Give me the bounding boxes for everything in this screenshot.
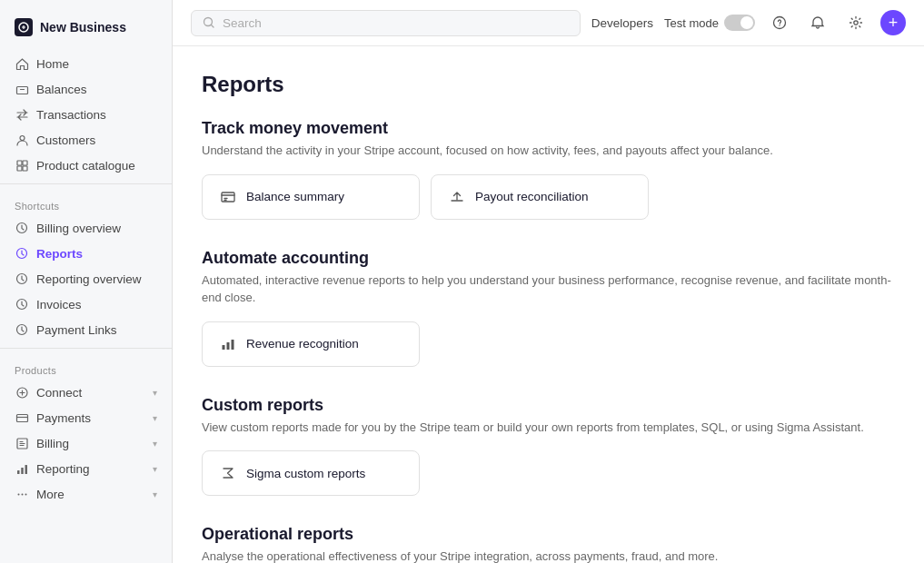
sidebar-item-customers-label: Customers bbox=[36, 133, 95, 147]
sidebar-item-reporting[interactable]: Reporting ▾ bbox=[0, 456, 172, 481]
card-revenue-recognition[interactable]: Revenue recognition bbox=[202, 321, 420, 367]
sidebar-item-reports-label: Reports bbox=[36, 247, 83, 261]
card-sigma-custom-reports[interactable]: Sigma custom reports bbox=[202, 450, 420, 496]
svg-rect-28 bbox=[232, 340, 234, 350]
section-track-money-title: Track money movement bbox=[202, 119, 895, 138]
connect-nav-icon bbox=[15, 385, 29, 400]
svg-rect-5 bbox=[17, 166, 22, 171]
sidebar-item-home[interactable]: Home bbox=[0, 51, 172, 76]
reporting-overview-icon bbox=[15, 272, 29, 286]
track-money-cards: Balance summary Payout reconciliation bbox=[202, 174, 895, 220]
section-operational-desc: Analyse the operational effectiveness of… bbox=[202, 548, 895, 563]
billing-chevron-icon: ▾ bbox=[153, 439, 157, 449]
search-bar[interactable]: Search bbox=[191, 10, 581, 36]
sigma-label: Sigma custom reports bbox=[246, 467, 365, 480]
more-chevron-icon: ▾ bbox=[153, 489, 157, 499]
card-balance-summary[interactable]: Balance summary bbox=[202, 174, 420, 220]
help-button[interactable] bbox=[766, 9, 793, 36]
payments-nav-icon bbox=[15, 410, 29, 425]
sidebar: New Business Home Balances Transactions … bbox=[0, 0, 173, 563]
home-icon bbox=[15, 56, 29, 71]
payout-reconciliation-label: Payout reconciliation bbox=[475, 190, 589, 203]
brand-name: New Business bbox=[40, 20, 126, 35]
billing-overview-icon bbox=[15, 221, 29, 235]
brand[interactable]: New Business bbox=[0, 11, 172, 51]
sidebar-item-payments-label: Payments bbox=[36, 411, 91, 425]
sidebar-item-more[interactable]: More ▾ bbox=[0, 481, 172, 507]
brand-icon bbox=[15, 18, 33, 36]
revenue-recognition-label: Revenue recognition bbox=[246, 337, 359, 351]
test-mode-toggle[interactable] bbox=[724, 15, 755, 31]
billing-nav-icon bbox=[15, 436, 29, 450]
add-button[interactable]: + bbox=[880, 10, 906, 35]
sidebar-item-connect[interactable]: Connect ▾ bbox=[0, 380, 172, 405]
balance-summary-label: Balance summary bbox=[246, 190, 344, 203]
sidebar-item-billing-overview-label: Billing overview bbox=[36, 222, 121, 235]
customers-icon bbox=[15, 133, 29, 147]
settings-button[interactable] bbox=[842, 9, 869, 36]
test-mode: Test mode bbox=[664, 15, 755, 31]
section-custom-desc: View custom reports made for you by the … bbox=[202, 419, 895, 437]
svg-point-2 bbox=[20, 135, 25, 140]
svg-point-18 bbox=[17, 493, 19, 495]
sidebar-item-reports[interactable]: Reports bbox=[0, 241, 172, 266]
sidebar-item-customers[interactable]: Customers bbox=[0, 127, 172, 153]
search-placeholder: Search bbox=[223, 16, 262, 30]
content-area: Reports Track money movement Understand … bbox=[173, 46, 924, 563]
sidebar-item-product-catalogue[interactable]: Product catalogue bbox=[0, 153, 172, 178]
sidebar-item-reporting-overview[interactable]: Reporting overview bbox=[0, 266, 172, 291]
sidebar-item-more-label: More bbox=[36, 488, 65, 501]
sidebar-item-reporting-overview-label: Reporting overview bbox=[36, 272, 142, 286]
sigma-icon bbox=[219, 464, 237, 482]
svg-point-23 bbox=[779, 25, 780, 25]
svg-rect-13 bbox=[16, 414, 27, 421]
sidebar-item-balances-label: Balances bbox=[36, 83, 87, 96]
more-nav-icon bbox=[15, 487, 29, 501]
svg-rect-17 bbox=[25, 465, 27, 474]
sidebar-item-payments[interactable]: Payments ▾ bbox=[0, 405, 172, 430]
svg-rect-26 bbox=[223, 345, 225, 350]
svg-rect-1 bbox=[16, 86, 27, 94]
sidebar-item-payment-links-label: Payment Links bbox=[36, 323, 117, 337]
page-title: Reports bbox=[202, 72, 895, 97]
topbar: Search Developers Test mode + bbox=[173, 0, 924, 46]
shortcuts-label: Shortcuts bbox=[0, 190, 172, 215]
notifications-button[interactable] bbox=[804, 9, 831, 36]
sidebar-item-product-label: Product catalogue bbox=[36, 159, 135, 173]
reports-icon bbox=[15, 246, 29, 261]
revenue-recognition-icon bbox=[219, 335, 237, 353]
card-payout-reconciliation[interactable]: Payout reconciliation bbox=[431, 174, 649, 220]
section-custom-reports: Custom reports View custom reports made … bbox=[202, 396, 895, 497]
svg-point-24 bbox=[854, 21, 858, 25]
main-area: Search Developers Test mode + Reports Tr… bbox=[173, 0, 924, 563]
section-track-money: Track money movement Understand the acti… bbox=[202, 119, 895, 220]
sidebar-item-transactions[interactable]: Transactions bbox=[0, 102, 172, 127]
developers-link[interactable]: Developers bbox=[591, 16, 653, 30]
section-automate-title: Automate accounting bbox=[202, 249, 895, 268]
svg-point-19 bbox=[21, 493, 23, 495]
svg-rect-6 bbox=[23, 166, 27, 171]
section-automate-accounting: Automate accounting Automated, interacti… bbox=[202, 249, 895, 367]
section-operational-title: Operational reports bbox=[202, 525, 895, 544]
sidebar-item-home-label: Home bbox=[36, 57, 69, 71]
balances-icon bbox=[15, 82, 29, 96]
sidebar-item-reporting-label: Reporting bbox=[36, 462, 90, 476]
sidebar-item-transactions-label: Transactions bbox=[36, 108, 106, 122]
payment-links-icon bbox=[15, 322, 29, 337]
reporting-nav-icon bbox=[15, 461, 29, 476]
sidebar-item-billing-overview[interactable]: Billing overview bbox=[0, 215, 172, 241]
sidebar-item-connect-label: Connect bbox=[36, 386, 82, 400]
sidebar-item-balances[interactable]: Balances bbox=[0, 76, 172, 102]
custom-cards: Sigma custom reports bbox=[202, 450, 895, 496]
sidebar-item-billing[interactable]: Billing ▾ bbox=[0, 430, 172, 456]
section-operational-reports: Operational reports Analyse the operatio… bbox=[202, 525, 895, 563]
payout-reconciliation-icon bbox=[448, 188, 466, 206]
sidebar-item-invoices[interactable]: Invoices bbox=[0, 291, 172, 317]
svg-rect-3 bbox=[17, 161, 22, 165]
balance-summary-icon bbox=[219, 188, 237, 206]
products-label: Products bbox=[0, 354, 172, 380]
connect-chevron-icon: ▾ bbox=[153, 388, 157, 398]
test-mode-label: Test mode bbox=[664, 16, 719, 30]
sidebar-item-billing-label: Billing bbox=[36, 437, 69, 450]
sidebar-item-payment-links[interactable]: Payment Links bbox=[0, 317, 172, 342]
